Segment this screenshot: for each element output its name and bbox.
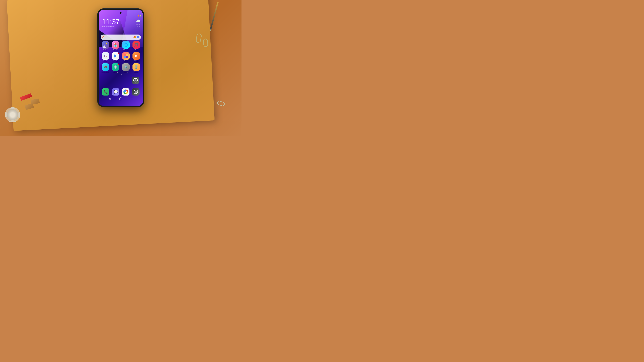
weather-temperature: -1°C xyxy=(136,25,140,27)
mivideo-label: Mi Video xyxy=(134,60,138,62)
front-camera xyxy=(120,12,122,14)
navigation-bar xyxy=(100,97,141,101)
tape-roll xyxy=(5,107,20,122)
gallery-icon xyxy=(102,41,109,49)
mibrowser-label: Mi Browser xyxy=(123,49,129,51)
app-row-4 xyxy=(100,77,141,84)
app-playstore[interactable]: 2 Play Store xyxy=(111,52,120,62)
recent-icon xyxy=(131,98,133,100)
cleaner-label: Cleaner xyxy=(134,71,138,73)
dock-messages[interactable]: 💬 xyxy=(111,88,120,95)
settings-icon: ⚙️ xyxy=(122,63,130,71)
back-button[interactable] xyxy=(108,97,112,101)
weather-condition: Cloudy xyxy=(136,24,140,25)
page-indicator xyxy=(100,74,141,75)
dock-camera[interactable] xyxy=(131,88,140,95)
search-bar[interactable]: G xyxy=(100,34,141,40)
app-mivideo[interactable]: Mi Video xyxy=(132,52,141,62)
home-button[interactable] xyxy=(119,97,123,101)
status-bar: ● ⚙ ••• 📶 🔋 xyxy=(100,14,141,17)
mivideo-icon xyxy=(132,52,140,60)
paperclip-2 xyxy=(203,38,208,47)
app-security[interactable]: 🛡️ 1 Security xyxy=(111,63,120,73)
clock-date: Tue, January 16 xyxy=(102,26,120,28)
playstore-badge: 2 xyxy=(118,52,119,54)
search-action-icons xyxy=(134,36,139,38)
app-camera[interactable] xyxy=(131,77,140,84)
weather-icon: ☁️ xyxy=(136,19,140,23)
playstore-icon: 2 xyxy=(112,52,119,60)
google-icon: G xyxy=(102,52,109,60)
security-badge: 1 xyxy=(118,63,119,65)
time-display: 11:37 Tue, January 16 xyxy=(102,18,120,28)
phone-device: ● ⚙ ••• 📶 🔋 11:37 Tue, January 16 ☁️ Clo… xyxy=(97,8,144,107)
security-label: Security xyxy=(113,71,118,73)
app-mibrowser[interactable]: 🌐 Mi Browser xyxy=(121,41,131,51)
phone-screen: ● ⚙ ••• 📶 🔋 11:37 Tue, January 16 ☁️ Clo… xyxy=(98,10,143,106)
mibrowser-icon: 🌐 xyxy=(122,41,130,49)
playstore-label: Play Store xyxy=(113,60,118,62)
gamecenter-label: Game Center xyxy=(102,71,109,73)
recent-button[interactable] xyxy=(130,97,134,101)
cleaner-icon: 🗑️ xyxy=(132,63,140,71)
app-row-1: Gallery 🏪 App Mall 🌐 Mi Browser xyxy=(100,41,141,51)
messages-icon: 💬 xyxy=(112,88,120,95)
app-cleaner[interactable]: 🗑️ Cleaner xyxy=(132,63,141,73)
google-label: Google xyxy=(103,60,107,62)
weather-widget: ☁️ Cloudy -1°C xyxy=(136,19,140,27)
themes-label: Themes xyxy=(124,60,128,62)
lens-search-icon[interactable] xyxy=(137,36,139,38)
app-grid: Gallery 🏪 App Mall 🌐 Mi Browser xyxy=(100,41,141,86)
app-gamecenter[interactable]: 🎮 Game Center xyxy=(100,63,110,73)
app-music[interactable]: 🎵 Music xyxy=(132,41,141,51)
google-logo: G xyxy=(102,36,104,38)
security-icon: 🛡️ 1 xyxy=(112,63,119,71)
back-icon xyxy=(108,98,110,100)
app-settings[interactable]: ⚙️ Settings xyxy=(121,63,131,73)
status-left-icons: ● ⚙ ••• xyxy=(100,15,104,16)
app-appmall[interactable]: 🏪 App Mall xyxy=(111,41,120,51)
phone-dialer-icon: 📞 xyxy=(102,88,109,95)
dock-chrome[interactable] xyxy=(121,88,130,95)
page-dot-2 xyxy=(121,74,122,75)
themes-icon xyxy=(122,52,130,60)
appmall-icon: 🏪 xyxy=(112,41,119,49)
voice-search-icon[interactable] xyxy=(134,36,136,38)
camera-dock-icon xyxy=(132,88,140,95)
app-google[interactable]: G Google xyxy=(100,52,110,62)
dock-area: 📞 💬 xyxy=(100,88,141,101)
dock-icons: 📞 💬 xyxy=(100,88,141,95)
app-row-3: 🎮 Game Center 🛡️ 1 Security ⚙️ xyxy=(100,63,141,73)
music-label: Music xyxy=(134,49,138,51)
app-themes[interactable]: Themes xyxy=(121,52,131,62)
home-icon xyxy=(119,97,122,100)
gamecenter-icon: 🎮 xyxy=(102,63,109,71)
appmall-label: App Mall xyxy=(113,49,118,51)
app-gallery[interactable]: Gallery xyxy=(100,41,110,51)
app-row-2: G Google 2 Play Store xyxy=(100,52,141,62)
phone-body: ● ⚙ ••• 📶 🔋 11:37 Tue, January 16 ☁️ Clo… xyxy=(97,8,144,107)
settings-label: Settings xyxy=(124,71,128,73)
gallery-label: Gallery xyxy=(103,49,107,51)
clock-time: 11:37 xyxy=(102,18,120,25)
page-dot-1 xyxy=(120,74,120,75)
chrome-icon xyxy=(122,88,130,95)
music-icon: 🎵 xyxy=(132,41,140,49)
status-right-icons: 📶 🔋 xyxy=(138,15,141,16)
dock-phone[interactable]: 📞 xyxy=(101,88,110,95)
camera-icon xyxy=(132,77,139,84)
